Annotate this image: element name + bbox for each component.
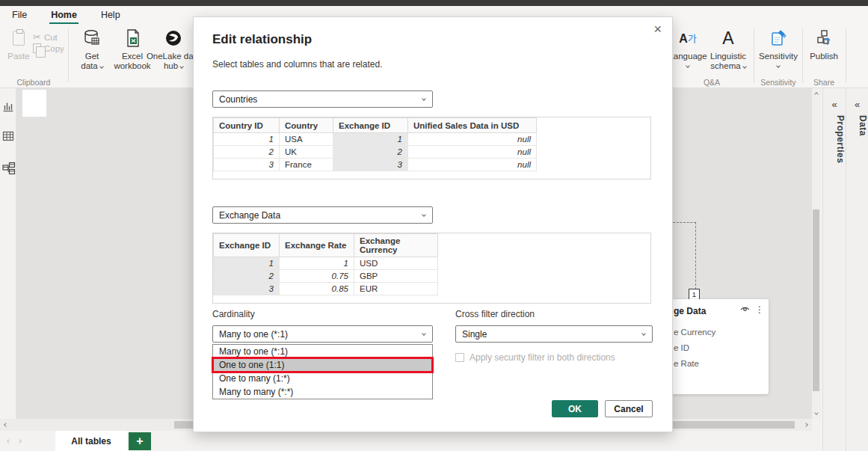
- close-icon[interactable]: ×: [653, 22, 662, 37]
- data-pane-collapsed[interactable]: « Data: [846, 88, 868, 451]
- excel-label: Excel: [122, 52, 143, 61]
- model-view-icon[interactable]: [2, 162, 14, 174]
- ok-button[interactable]: OK: [552, 400, 598, 417]
- scroll-up-button[interactable]: [812, 90, 821, 99]
- table-cell: 2: [214, 270, 280, 283]
- cardinality-option[interactable]: Many to one (*:1): [213, 345, 432, 358]
- next-tab-icon[interactable]: [17, 439, 22, 444]
- publish-button[interactable]: Publish: [806, 27, 842, 61]
- language-label: Language: [668, 52, 707, 61]
- table-cell: 2: [333, 146, 408, 159]
- visibility-eye-icon[interactable]: [739, 304, 751, 315]
- table1-select[interactable]: Countries: [212, 90, 433, 108]
- card-field[interactable]: e Currency: [674, 328, 715, 337]
- data-pane-label: Data: [846, 115, 868, 136]
- edit-relationship-dialog: × Edit relationship Select tables and co…: [193, 16, 673, 432]
- cardinality-option[interactable]: One to one (1:1): [213, 358, 432, 372]
- cardinality-label: Cardinality: [212, 309, 255, 319]
- cross-filter-select[interactable]: Single: [455, 325, 653, 343]
- view-switcher: [0, 88, 16, 451]
- copy-label: Copy: [44, 44, 64, 53]
- ribbon-separator: [754, 28, 754, 82]
- column-header[interactable]: Exchange ID: [214, 234, 280, 257]
- chevron-down-icon: [179, 64, 184, 69]
- dialog-title: Edit relationship: [212, 32, 312, 47]
- scroll-down-button[interactable]: [812, 408, 821, 417]
- cut-button[interactable]: ✂ Cut: [33, 31, 58, 43]
- window-top-strip: [0, 0, 868, 6]
- countries-table: Country IDCountryExchange IDUnified Sale…: [213, 117, 537, 171]
- table2-select[interactable]: Exchange Data: [212, 206, 433, 224]
- excel-workbook-button[interactable]: Excel workbook: [111, 27, 154, 71]
- table-cell: 0.85: [280, 283, 354, 295]
- paste-button[interactable]: Paste: [4, 27, 33, 61]
- card-field[interactable]: e ID: [674, 343, 715, 352]
- card-field-list: e Currencye IDe Rate: [674, 328, 715, 368]
- report-view-icon[interactable]: [2, 100, 14, 112]
- copy-icon: [33, 43, 41, 53]
- table-cell: France: [280, 159, 333, 171]
- table-row: 2UK2null: [214, 146, 537, 159]
- table-cell: GBP: [354, 270, 438, 283]
- chevron-down-icon: [776, 64, 781, 68]
- cross-filter-value: Single: [462, 329, 487, 340]
- column-header[interactable]: Exchange Rate: [280, 234, 354, 257]
- cardinality-option[interactable]: Many to many (*:*): [213, 385, 432, 399]
- clipboard-group-label: Clipboard: [0, 78, 67, 87]
- language-button[interactable]: A가 Language: [671, 27, 704, 67]
- chevron-down-icon: [742, 64, 747, 69]
- scroll-right-button[interactable]: [801, 420, 810, 429]
- card-field[interactable]: e Rate: [674, 359, 715, 368]
- cancel-button[interactable]: Cancel: [605, 400, 653, 417]
- page-tab-bar: All tables +: [0, 431, 822, 451]
- column-header[interactable]: Unified Sales Data in USD: [408, 118, 537, 133]
- relationship-line: [673, 222, 696, 223]
- partial-table-card: [22, 90, 46, 117]
- prev-tab-icon[interactable]: [7, 439, 11, 444]
- expand-pane-icon[interactable]: «: [846, 99, 868, 110]
- all-tables-tab[interactable]: All tables: [55, 431, 127, 451]
- column-header[interactable]: Country: [280, 118, 333, 133]
- menu-tab-file[interactable]: File: [10, 7, 28, 22]
- cut-icon: ✂: [33, 31, 41, 43]
- cardinality-select[interactable]: Many to one (*:1): [212, 325, 433, 343]
- chevron-down-icon: [422, 331, 426, 336]
- excel-icon: [123, 27, 141, 49]
- linguistic-schema-button[interactable]: A Linguistic schema: [706, 27, 751, 71]
- get-data-label: Get: [85, 52, 99, 61]
- table-row: 1USA1null: [214, 133, 537, 146]
- get-data-button[interactable]: Get data: [75, 27, 109, 71]
- onelake-data-hub-button[interactable]: OneLake data hub: [154, 27, 193, 71]
- share-group-label: Share: [806, 78, 842, 87]
- vertical-scrollbar-thumb[interactable]: [813, 209, 819, 391]
- table1-container: Country IDCountryExchange IDUnified Sale…: [212, 117, 651, 180]
- cardinality-option[interactable]: One to many (1:*): [213, 372, 432, 385]
- table-cell: 0.75: [280, 270, 354, 283]
- expand-pane-icon[interactable]: «: [823, 99, 846, 110]
- sensitivity-button[interactable]: Sensitivity: [757, 27, 800, 67]
- table-view-icon[interactable]: [2, 130, 14, 142]
- cut-label: Cut: [44, 33, 58, 42]
- column-header[interactable]: Exchange Currency: [354, 234, 438, 257]
- table-cell: 1: [214, 133, 280, 146]
- more-options-icon[interactable]: ⋮: [755, 306, 764, 313]
- menu-tab-home[interactable]: Home: [49, 7, 79, 22]
- table-row: 3France3null: [214, 159, 537, 171]
- sensitivity-icon: [769, 27, 788, 49]
- properties-pane-collapsed[interactable]: « Properties: [822, 88, 846, 451]
- exchange-data-card[interactable]: ge Data ⋮ e Currencye IDe Rate: [668, 299, 769, 394]
- add-layout-button[interactable]: +: [129, 432, 151, 450]
- column-header[interactable]: Exchange ID: [333, 118, 408, 133]
- security-filter-checkbox[interactable]: [455, 353, 464, 362]
- scroll-left-button[interactable]: [1, 420, 10, 429]
- menu-tab-help[interactable]: Help: [99, 7, 122, 22]
- copy-button[interactable]: Copy: [33, 43, 64, 53]
- security-filter-label: Apply security filter in both directions: [470, 352, 615, 363]
- table-cell: 1: [333, 133, 408, 146]
- table-row: 20.75GBP: [214, 270, 438, 283]
- linguistic-label: Linguistic: [710, 52, 746, 61]
- paste-label: Paste: [7, 52, 29, 61]
- table-cell: null: [408, 146, 537, 159]
- column-header[interactable]: Country ID: [214, 118, 280, 133]
- cardinality-one-badge: 1: [689, 289, 700, 300]
